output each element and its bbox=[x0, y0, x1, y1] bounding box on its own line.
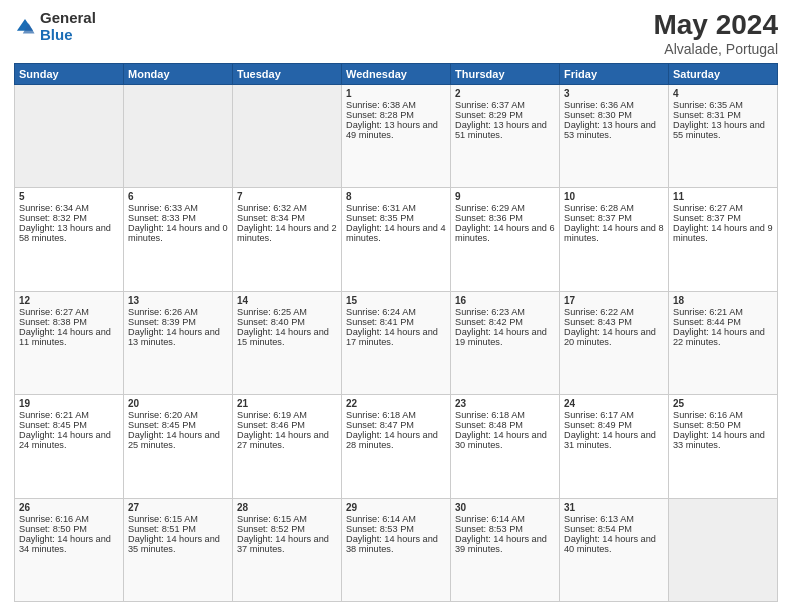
cell-3-0: 19Sunrise: 6:21 AMSunset: 8:45 PMDayligh… bbox=[15, 395, 124, 498]
day-number: 4 bbox=[673, 88, 773, 99]
cell-1-6: 11Sunrise: 6:27 AMSunset: 8:37 PMDayligh… bbox=[669, 188, 778, 291]
day-number: 13 bbox=[128, 295, 228, 306]
sunrise: Sunrise: 6:24 AM bbox=[346, 307, 446, 317]
sunset: Sunset: 8:51 PM bbox=[128, 524, 228, 534]
main-title: May 2024 bbox=[653, 10, 778, 41]
calendar-body: 1Sunrise: 6:38 AMSunset: 8:28 PMDaylight… bbox=[15, 84, 778, 601]
sunset: Sunset: 8:48 PM bbox=[455, 420, 555, 430]
sunrise: Sunrise: 6:18 AM bbox=[455, 410, 555, 420]
day-number: 3 bbox=[564, 88, 664, 99]
sunrise: Sunrise: 6:37 AM bbox=[455, 100, 555, 110]
daylight: Daylight: 14 hours and 34 minutes. bbox=[19, 534, 119, 554]
daylight: Daylight: 13 hours and 58 minutes. bbox=[19, 223, 119, 243]
day-number: 5 bbox=[19, 191, 119, 202]
header-saturday: Saturday bbox=[669, 63, 778, 84]
cell-2-3: 15Sunrise: 6:24 AMSunset: 8:41 PMDayligh… bbox=[342, 291, 451, 394]
sunrise: Sunrise: 6:33 AM bbox=[128, 203, 228, 213]
sunset: Sunset: 8:49 PM bbox=[564, 420, 664, 430]
day-number: 22 bbox=[346, 398, 446, 409]
cell-4-5: 31Sunrise: 6:13 AMSunset: 8:54 PMDayligh… bbox=[560, 498, 669, 601]
logo-icon bbox=[14, 16, 36, 38]
sunrise: Sunrise: 6:34 AM bbox=[19, 203, 119, 213]
sunset: Sunset: 8:34 PM bbox=[237, 213, 337, 223]
cell-0-6: 4Sunrise: 6:35 AMSunset: 8:31 PMDaylight… bbox=[669, 84, 778, 187]
daylight: Daylight: 14 hours and 19 minutes. bbox=[455, 327, 555, 347]
sunset: Sunset: 8:36 PM bbox=[455, 213, 555, 223]
sunset: Sunset: 8:50 PM bbox=[19, 524, 119, 534]
cell-0-2 bbox=[233, 84, 342, 187]
day-number: 31 bbox=[564, 502, 664, 513]
cell-3-1: 20Sunrise: 6:20 AMSunset: 8:45 PMDayligh… bbox=[124, 395, 233, 498]
header-sunday: Sunday bbox=[15, 63, 124, 84]
daylight: Daylight: 13 hours and 51 minutes. bbox=[455, 120, 555, 140]
cell-1-4: 9Sunrise: 6:29 AMSunset: 8:36 PMDaylight… bbox=[451, 188, 560, 291]
daylight: Daylight: 14 hours and 37 minutes. bbox=[237, 534, 337, 554]
sunset: Sunset: 8:29 PM bbox=[455, 110, 555, 120]
day-number: 8 bbox=[346, 191, 446, 202]
sunrise: Sunrise: 6:18 AM bbox=[346, 410, 446, 420]
cell-4-3: 29Sunrise: 6:14 AMSunset: 8:53 PMDayligh… bbox=[342, 498, 451, 601]
sunset: Sunset: 8:38 PM bbox=[19, 317, 119, 327]
sunset: Sunset: 8:45 PM bbox=[19, 420, 119, 430]
day-number: 16 bbox=[455, 295, 555, 306]
sunrise: Sunrise: 6:21 AM bbox=[673, 307, 773, 317]
sunset: Sunset: 8:47 PM bbox=[346, 420, 446, 430]
cell-2-1: 13Sunrise: 6:26 AMSunset: 8:39 PMDayligh… bbox=[124, 291, 233, 394]
cell-2-0: 12Sunrise: 6:27 AMSunset: 8:38 PMDayligh… bbox=[15, 291, 124, 394]
cell-4-0: 26Sunrise: 6:16 AMSunset: 8:50 PMDayligh… bbox=[15, 498, 124, 601]
week-row-2: 12Sunrise: 6:27 AMSunset: 8:38 PMDayligh… bbox=[15, 291, 778, 394]
header-wednesday: Wednesday bbox=[342, 63, 451, 84]
sunset: Sunset: 8:30 PM bbox=[564, 110, 664, 120]
sunrise: Sunrise: 6:16 AM bbox=[673, 410, 773, 420]
cell-1-2: 7Sunrise: 6:32 AMSunset: 8:34 PMDaylight… bbox=[233, 188, 342, 291]
day-number: 1 bbox=[346, 88, 446, 99]
daylight: Daylight: 14 hours and 33 minutes. bbox=[673, 430, 773, 450]
sunset: Sunset: 8:43 PM bbox=[564, 317, 664, 327]
cell-4-6 bbox=[669, 498, 778, 601]
subtitle: Alvalade, Portugal bbox=[653, 41, 778, 57]
sunset: Sunset: 8:54 PM bbox=[564, 524, 664, 534]
daylight: Daylight: 13 hours and 55 minutes. bbox=[673, 120, 773, 140]
cell-2-2: 14Sunrise: 6:25 AMSunset: 8:40 PMDayligh… bbox=[233, 291, 342, 394]
daylight: Daylight: 14 hours and 2 minutes. bbox=[237, 223, 337, 243]
cell-1-3: 8Sunrise: 6:31 AMSunset: 8:35 PMDaylight… bbox=[342, 188, 451, 291]
cell-4-2: 28Sunrise: 6:15 AMSunset: 8:52 PMDayligh… bbox=[233, 498, 342, 601]
day-number: 25 bbox=[673, 398, 773, 409]
sunrise: Sunrise: 6:14 AM bbox=[455, 514, 555, 524]
sunset: Sunset: 8:28 PM bbox=[346, 110, 446, 120]
day-number: 28 bbox=[237, 502, 337, 513]
sunrise: Sunrise: 6:13 AM bbox=[564, 514, 664, 524]
cell-3-4: 23Sunrise: 6:18 AMSunset: 8:48 PMDayligh… bbox=[451, 395, 560, 498]
sunrise: Sunrise: 6:16 AM bbox=[19, 514, 119, 524]
sunrise: Sunrise: 6:22 AM bbox=[564, 307, 664, 317]
page: General Blue May 2024 Alvalade, Portugal… bbox=[0, 0, 792, 612]
sunrise: Sunrise: 6:23 AM bbox=[455, 307, 555, 317]
week-row-4: 26Sunrise: 6:16 AMSunset: 8:50 PMDayligh… bbox=[15, 498, 778, 601]
daylight: Daylight: 14 hours and 31 minutes. bbox=[564, 430, 664, 450]
logo-text: General Blue bbox=[40, 10, 96, 43]
daylight: Daylight: 14 hours and 38 minutes. bbox=[346, 534, 446, 554]
header-thursday: Thursday bbox=[451, 63, 560, 84]
daylight: Daylight: 14 hours and 11 minutes. bbox=[19, 327, 119, 347]
daylight: Daylight: 13 hours and 49 minutes. bbox=[346, 120, 446, 140]
sunset: Sunset: 8:31 PM bbox=[673, 110, 773, 120]
daylight: Daylight: 14 hours and 8 minutes. bbox=[564, 223, 664, 243]
header-tuesday: Tuesday bbox=[233, 63, 342, 84]
daylight: Daylight: 14 hours and 27 minutes. bbox=[237, 430, 337, 450]
cell-1-5: 10Sunrise: 6:28 AMSunset: 8:37 PMDayligh… bbox=[560, 188, 669, 291]
daylight: Daylight: 14 hours and 17 minutes. bbox=[346, 327, 446, 347]
day-number: 20 bbox=[128, 398, 228, 409]
day-number: 2 bbox=[455, 88, 555, 99]
daylight: Daylight: 14 hours and 22 minutes. bbox=[673, 327, 773, 347]
sunset: Sunset: 8:33 PM bbox=[128, 213, 228, 223]
day-number: 30 bbox=[455, 502, 555, 513]
calendar-table: Sunday Monday Tuesday Wednesday Thursday… bbox=[14, 63, 778, 602]
daylight: Daylight: 14 hours and 15 minutes. bbox=[237, 327, 337, 347]
daylight: Daylight: 14 hours and 40 minutes. bbox=[564, 534, 664, 554]
header-monday: Monday bbox=[124, 63, 233, 84]
daylight: Daylight: 14 hours and 20 minutes. bbox=[564, 327, 664, 347]
cell-4-1: 27Sunrise: 6:15 AMSunset: 8:51 PMDayligh… bbox=[124, 498, 233, 601]
daylight: Daylight: 14 hours and 4 minutes. bbox=[346, 223, 446, 243]
cell-0-1 bbox=[124, 84, 233, 187]
title-block: May 2024 Alvalade, Portugal bbox=[653, 10, 778, 57]
